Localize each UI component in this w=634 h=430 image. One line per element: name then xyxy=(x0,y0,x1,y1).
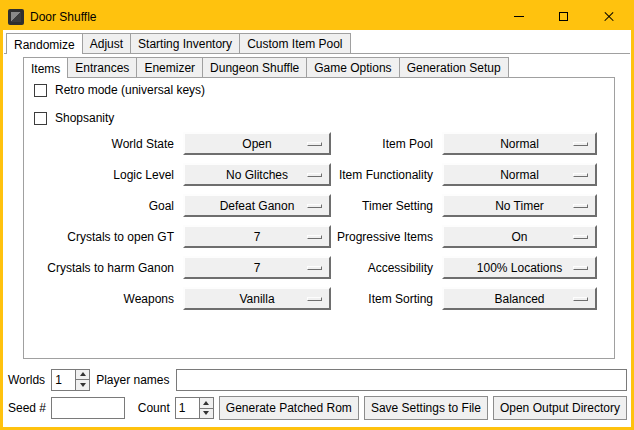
shopsanity-checkbox[interactable] xyxy=(34,112,47,125)
minimize-icon xyxy=(514,16,524,17)
world-state-label: World State xyxy=(27,137,183,151)
tab-dungeon-shuffle[interactable]: Dungeon Shuffle xyxy=(202,57,307,77)
chevron-down-icon xyxy=(203,411,209,415)
worlds-spinbox xyxy=(51,369,90,391)
crystals-ganon-dropdown[interactable]: 7 xyxy=(183,256,331,279)
seed-input[interactable] xyxy=(51,397,125,419)
progressive-items-dropdown[interactable]: On xyxy=(442,225,597,248)
tab-enemizer[interactable]: Enemizer xyxy=(136,57,203,77)
dropdown-indicator xyxy=(307,235,322,239)
open-output-directory-button[interactable]: Open Output Directory xyxy=(493,396,627,420)
generate-row: Seed # Count Generate Patched Rom Save S… xyxy=(8,396,627,420)
worlds-label: Worlds xyxy=(8,373,45,387)
field-row: Progressive Items On xyxy=(321,225,597,248)
worlds-spin-up-button[interactable] xyxy=(76,370,89,380)
inner-tabstrip: Items Entrances Enemizer Dungeon Shuffle… xyxy=(23,56,509,77)
maximize-button[interactable] xyxy=(541,3,586,30)
chevron-up-icon xyxy=(80,372,86,376)
tab-game-options[interactable]: Game Options xyxy=(306,57,399,77)
progressive-items-label: Progressive Items xyxy=(321,230,442,244)
retro-mode-checkbox[interactable] xyxy=(34,84,47,97)
close-icon xyxy=(603,11,615,23)
accessibility-dropdown[interactable]: 100% Locations xyxy=(442,256,597,279)
shopsanity-label: Shopsanity xyxy=(55,111,114,125)
tab-items[interactable]: Items xyxy=(23,57,68,78)
weapons-dropdown[interactable]: Vanilla xyxy=(183,287,331,310)
crystals-ganon-value: 7 xyxy=(254,261,261,275)
window: Door Shuffle Randomize Adjust Starting I… xyxy=(0,0,634,430)
dropdown-indicator xyxy=(573,142,588,146)
field-row: Crystals to open GT 7 xyxy=(27,225,331,248)
field-row: Logic Level No Glitches xyxy=(27,163,331,186)
right-field-column: Item Pool Normal Item Functionality Norm… xyxy=(321,132,597,310)
save-settings-button[interactable]: Save Settings to File xyxy=(364,396,488,420)
crystals-gt-label: Crystals to open GT xyxy=(27,230,183,244)
item-sorting-label: Item Sorting xyxy=(321,292,442,306)
world-state-dropdown[interactable]: Open xyxy=(183,132,331,155)
item-pool-value: Normal xyxy=(500,137,539,151)
worlds-spin-buttons xyxy=(75,369,90,391)
retro-mode-label: Retro mode (universal keys) xyxy=(55,83,205,97)
tab-generation-setup[interactable]: Generation Setup xyxy=(399,57,509,77)
count-label: Count xyxy=(138,401,170,415)
logic-level-value: No Glitches xyxy=(226,168,288,182)
maximize-icon xyxy=(559,12,568,21)
field-row: Timer Setting No Timer xyxy=(321,194,597,217)
worlds-spin-down-button[interactable] xyxy=(76,379,89,390)
count-spin-buttons xyxy=(199,397,214,419)
logic-level-dropdown[interactable]: No Glitches xyxy=(183,163,331,186)
item-functionality-dropdown[interactable]: Normal xyxy=(442,163,597,186)
count-input[interactable] xyxy=(175,397,199,419)
window-title: Door Shuffle xyxy=(30,10,97,24)
field-row: World State Open xyxy=(27,132,331,155)
dropdown-indicator xyxy=(573,204,588,208)
logic-level-label: Logic Level xyxy=(27,168,183,182)
field-row: Crystals to harm Ganon 7 xyxy=(27,256,331,279)
close-button[interactable] xyxy=(586,3,631,30)
multiworld-row: Worlds Player names xyxy=(8,368,627,391)
crystals-ganon-label: Crystals to harm Ganon xyxy=(27,261,183,275)
caption-buttons xyxy=(496,3,631,30)
chevron-up-icon xyxy=(203,401,209,405)
minimize-button[interactable] xyxy=(496,3,541,30)
tab-entrances[interactable]: Entrances xyxy=(67,57,137,77)
timer-setting-dropdown[interactable]: No Timer xyxy=(442,194,597,217)
field-row: Weapons Vanilla xyxy=(27,287,331,310)
item-functionality-label: Item Functionality xyxy=(321,168,442,182)
seed-label: Seed # xyxy=(8,401,46,415)
goal-label: Goal xyxy=(27,199,183,213)
dropdown-indicator xyxy=(573,297,588,301)
dropdown-indicator xyxy=(573,173,588,177)
left-field-column: World State Open Logic Level No Glitches… xyxy=(27,132,331,310)
field-row: Accessibility 100% Locations xyxy=(321,256,597,279)
goal-value: Defeat Ganon xyxy=(220,199,295,213)
accessibility-label: Accessibility xyxy=(321,261,442,275)
item-pool-dropdown[interactable]: Normal xyxy=(442,132,597,155)
tab-randomize[interactable]: Randomize xyxy=(6,33,83,54)
tab-custom-item-pool[interactable]: Custom Item Pool xyxy=(239,33,350,53)
item-functionality-value: Normal xyxy=(500,168,539,182)
count-spin-down-button[interactable] xyxy=(200,408,213,419)
goal-dropdown[interactable]: Defeat Ganon xyxy=(183,194,331,217)
tab-adjust[interactable]: Adjust xyxy=(82,33,131,53)
worlds-input[interactable] xyxy=(51,369,75,391)
count-spin-up-button[interactable] xyxy=(200,398,213,408)
generate-patched-rom-button[interactable]: Generate Patched Rom xyxy=(219,396,359,420)
crystals-gt-dropdown[interactable]: 7 xyxy=(183,225,331,248)
field-row: Item Functionality Normal xyxy=(321,163,597,186)
field-row: Item Pool Normal xyxy=(321,132,597,155)
crystals-gt-value: 7 xyxy=(254,230,261,244)
item-sorting-dropdown[interactable]: Balanced xyxy=(442,287,597,310)
player-names-input[interactable] xyxy=(176,369,628,391)
chevron-down-icon xyxy=(80,383,86,387)
count-spinbox xyxy=(175,397,214,419)
dropdown-indicator xyxy=(307,297,322,301)
field-row: Goal Defeat Ganon xyxy=(27,194,331,217)
shopsanity-row: Shopsanity xyxy=(34,111,114,125)
weapons-value: Vanilla xyxy=(239,292,274,306)
timer-setting-label: Timer Setting xyxy=(321,199,442,213)
item-sorting-value: Balanced xyxy=(494,292,544,306)
top-tabstrip: Randomize Adjust Starting Inventory Cust… xyxy=(4,33,630,54)
retro-mode-row: Retro mode (universal keys) xyxy=(34,83,205,97)
tab-starting-inventory[interactable]: Starting Inventory xyxy=(130,33,240,53)
